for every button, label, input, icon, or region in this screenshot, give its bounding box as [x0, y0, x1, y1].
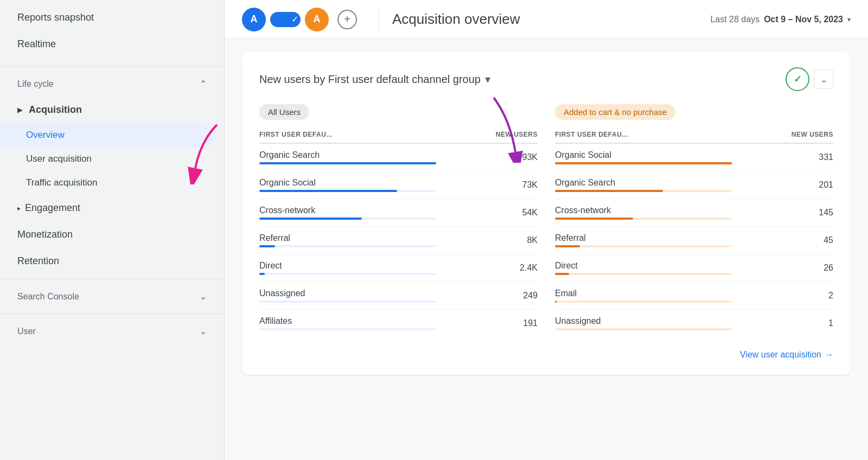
bar-fill: [259, 245, 275, 247]
value-cell: 191: [436, 310, 538, 337]
value-cell: 8K: [436, 227, 538, 254]
channel-cell: Referral: [259, 227, 436, 254]
sidebar-item-overview[interactable]: Overview: [0, 123, 215, 147]
table-row: Organic Search 93K: [259, 143, 538, 171]
bar-container: [259, 301, 436, 303]
value-cell: 1: [732, 310, 833, 337]
value-cell: 201: [732, 171, 833, 199]
value-cell: 45: [732, 227, 833, 254]
table-row: Direct 26: [555, 254, 833, 282]
table-row: Cross-network 145: [555, 199, 833, 227]
card-header: New users by First user default channel …: [259, 67, 833, 91]
card-title[interactable]: New users by First user default channel …: [259, 73, 490, 86]
divider-search-console: [0, 279, 224, 279]
main-content: A ✓ A + Acquisition overview Last 28 day…: [225, 0, 868, 460]
all-users-table-section: All Users FIRST USER DEFAU... NEW USERS: [259, 104, 538, 337]
chevron-up-icon: ⌃: [200, 79, 207, 89]
value-cell: 73K: [436, 171, 538, 199]
chevron-down-icon-3: ⌄: [820, 74, 827, 85]
more-options-button[interactable]: ⌄: [814, 69, 833, 89]
bar-container: [555, 245, 732, 247]
view-user-acquisition-link[interactable]: View user acquisition →: [740, 350, 833, 360]
bar-container: [259, 245, 436, 247]
bar-container: [259, 190, 436, 192]
bar-container: [555, 162, 732, 164]
table-row: Email 2: [555, 282, 833, 310]
sidebar-section-lifecycle[interactable]: Life cycle ⌃: [0, 71, 224, 97]
sidebar-item-realtime[interactable]: Realtime: [0, 31, 224, 58]
all-users-table: FIRST USER DEFAU... NEW USERS Organic Se…: [259, 126, 538, 337]
cart-no-purchase-table: FIRST USER DEFAU... NEW USERS Organic So…: [555, 126, 833, 337]
channel-cell: Direct: [555, 254, 732, 282]
col-new-users-right: NEW USERS: [732, 126, 833, 143]
bar-fill: [555, 190, 663, 192]
card-actions: ✓ ⌄: [786, 67, 833, 91]
content-area: New users by First user default channel …: [225, 39, 868, 460]
cart-no-purchase-badge[interactable]: Added to cart & no purchase: [555, 104, 675, 120]
value-cell: 93K: [436, 143, 538, 171]
compare-check-icon: ✓: [794, 73, 802, 85]
bar-fill: [259, 273, 265, 275]
sidebar-item-monetization[interactable]: Monetization: [0, 221, 224, 248]
channel-cell: Organic Social: [259, 171, 436, 199]
col-channel-left: FIRST USER DEFAU...: [259, 126, 436, 143]
sidebar: Reports snapshot Realtime Life cycle ⌃ ▶…: [0, 0, 225, 460]
table-row: Cross-network 54K: [259, 199, 538, 227]
all-users-badge[interactable]: All Users: [259, 104, 309, 120]
col-channel-right: FIRST USER DEFAU...: [555, 126, 732, 143]
bullet-icon: ▸: [17, 205, 21, 212]
table-row: Direct 2.4K: [259, 254, 538, 282]
channel-cell: Referral: [555, 227, 732, 254]
add-comparison-button[interactable]: +: [337, 10, 357, 29]
bar-fill: [259, 190, 397, 192]
sidebar-item-user-acquisition[interactable]: User acquisition: [0, 147, 224, 171]
acquisition-card: New users by First user default channel …: [242, 52, 851, 375]
sidebar-item-reports-snapshot[interactable]: Reports snapshot: [0, 4, 224, 31]
channel-cell: Cross-network: [259, 199, 436, 227]
cart-no-purchase-table-section: Added to cart & no purchase FIRST USER D…: [555, 104, 833, 337]
chevron-down-icon-2: ⌄: [200, 326, 207, 336]
card-footer: View user acquisition →: [259, 350, 833, 360]
table-row: Organic Search 201: [555, 171, 833, 199]
sidebar-item-engagement[interactable]: ▸ Engagement: [0, 195, 224, 221]
channel-cell: Direct: [259, 254, 436, 282]
bar-container: [555, 190, 732, 192]
table-row: Unassigned 1: [555, 310, 833, 337]
value-cell: 145: [732, 199, 833, 227]
bar-fill: [555, 301, 557, 303]
bar-fill: [555, 218, 633, 220]
channel-cell: Unassigned: [555, 310, 732, 337]
table-row: Affiliates 191: [259, 310, 538, 337]
table-row: Unassigned 249: [259, 282, 538, 310]
checkmark-icon: ✓: [291, 14, 298, 24]
tables-container: All Users FIRST USER DEFAU... NEW USERS: [259, 104, 833, 337]
date-chevron-icon: ▾: [847, 16, 851, 23]
sidebar-item-search-console[interactable]: Search Console ⌄: [0, 284, 224, 309]
bar-container: [259, 328, 436, 330]
bar-fill: [259, 218, 362, 220]
sidebar-item-retention[interactable]: Retention: [0, 248, 224, 274]
table-row: Referral 8K: [259, 227, 538, 254]
bar-fill: [259, 162, 436, 164]
date-range-selector[interactable]: Last 28 days Oct 9 – Nov 5, 2023 ▾: [710, 15, 851, 24]
avatar-orange[interactable]: A: [305, 8, 329, 31]
compare-toggle[interactable]: ✓: [270, 12, 301, 27]
bar-container: [259, 218, 436, 220]
value-cell: 26: [732, 254, 833, 282]
sidebar-item-traffic-acquisition[interactable]: Traffic acquisition: [0, 171, 224, 195]
page-title: Acquisition overview: [392, 11, 710, 28]
sidebar-item-acquisition[interactable]: ▶ Acquisition: [0, 97, 224, 123]
bar-container: [555, 218, 732, 220]
table-row: Referral 45: [555, 227, 833, 254]
compare-button[interactable]: ✓: [786, 67, 809, 91]
channel-cell: Organic Search: [555, 171, 732, 199]
channel-cell: Email: [555, 282, 732, 310]
top-header: A ✓ A + Acquisition overview Last 28 day…: [225, 0, 868, 39]
channel-cell: Cross-network: [555, 199, 732, 227]
value-cell: 249: [436, 282, 538, 310]
avatar-blue[interactable]: A: [242, 8, 266, 31]
title-dropdown-arrow-icon: ▾: [485, 73, 490, 86]
col-new-users-left: NEW USERS: [436, 126, 538, 143]
sidebar-item-user[interactable]: User ⌄: [0, 318, 224, 344]
bar-fill: [555, 273, 569, 275]
